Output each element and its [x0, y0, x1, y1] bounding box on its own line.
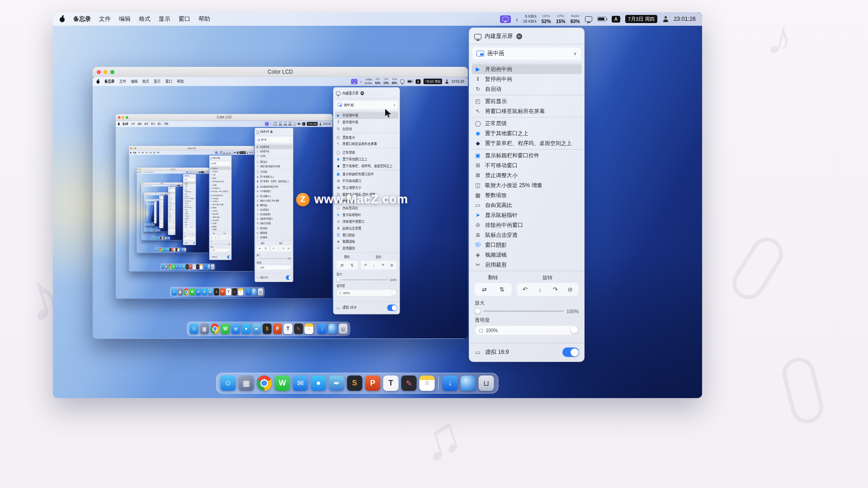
- panel-row[interactable]: ◰置前显示: [472, 96, 582, 106]
- virtual-16-9-toggle[interactable]: [562, 347, 579, 357]
- dock-icon-notes[interactable]: ≡: [238, 288, 243, 296]
- dock-icon-finder[interactable]: ☺: [221, 375, 236, 391]
- panel-row[interactable]: ◈视频滤镜: [472, 250, 582, 260]
- opacity-slider-knob[interactable]: [163, 225, 163, 225]
- dock-icon-mail[interactable]: ✉: [231, 324, 241, 334]
- dock-icon-mail[interactable]: ✉: [175, 264, 179, 269]
- dock-icon-maps-globe[interactable]: [252, 288, 257, 296]
- system-stat-gpu[interactable]: GPU52%: [542, 14, 551, 23]
- input-source-badge[interactable]: A: [199, 171, 200, 173]
- opacity-slider[interactable]: ▢100%: [210, 249, 230, 252]
- dock-icon-paint-app[interactable]: ✎: [401, 375, 417, 391]
- panel-row[interactable]: ◰置前显示: [335, 134, 398, 141]
- battery-icon[interactable]: [407, 80, 413, 83]
- panel-row[interactable]: ◆置于菜单栏、程序坞、桌面空间之上: [210, 190, 231, 193]
- flip-horizontal-button[interactable]: ⇄: [479, 285, 490, 294]
- opacity-slider-knob[interactable]: [175, 230, 175, 231]
- dock-icon-feather-notes-app[interactable]: ✒: [252, 324, 261, 334]
- zoom-button[interactable]: [145, 193, 145, 193]
- apple-menu-icon[interactable]: [59, 16, 65, 22]
- opacity-slider[interactable]: ▢100%: [475, 325, 579, 335]
- dock-icon-powerpoint[interactable]: P: [220, 288, 225, 296]
- zoom-slider-knob[interactable]: [210, 243, 212, 245]
- menu-item[interactable]: 编辑: [119, 15, 131, 23]
- opacity-slider-knob[interactable]: [229, 249, 230, 251]
- display-menubar-icon[interactable]: [585, 16, 592, 22]
- menu-item[interactable]: 显示: [154, 79, 160, 84]
- panel-row[interactable]: ➤显示鼠标指针: [255, 212, 292, 216]
- panel-row[interactable]: ⊞不可移动窗口: [255, 189, 292, 193]
- date-badge[interactable]: 7月3日 周四: [240, 151, 246, 154]
- system-stat-ram[interactable]: RAM83%: [229, 151, 231, 154]
- user-menubar-icon[interactable]: [247, 152, 248, 154]
- input-source-badge[interactable]: A: [612, 16, 620, 23]
- panel-row[interactable]: ▣显示标题栏和窗口控件: [255, 184, 292, 189]
- flip-horizontal-button[interactable]: ⇄: [169, 224, 170, 225]
- panel-row[interactable]: Ⓗ窗口阴影: [255, 226, 292, 230]
- panel-row[interactable]: ⊘排除画中画窗口: [472, 220, 582, 230]
- display-menubar-icon[interactable]: [293, 122, 296, 125]
- battery-icon[interactable]: [234, 152, 236, 153]
- menu-item[interactable]: 帮助: [149, 194, 150, 195]
- rotate-none-button[interactable]: ⊘: [388, 262, 395, 268]
- panel-row[interactable]: ◆置于菜单栏、程序坞、桌面空间之上: [255, 179, 292, 183]
- dock-icon-sublime-text[interactable]: S: [263, 324, 272, 334]
- dock-icon-downloads[interactable]: ↓: [180, 248, 182, 251]
- panel-row[interactable]: ◈视频滤镜: [255, 230, 292, 235]
- dock-icon-messages[interactable]: ●: [242, 324, 251, 334]
- dock-icon-notes[interactable]: ≡: [178, 248, 179, 251]
- panel-row[interactable]: ↖将窗口移至鼠标所在屏幕: [255, 164, 292, 169]
- dock-icon-trash[interactable]: ⊔: [479, 375, 494, 391]
- dock-icon-typora[interactable]: T: [383, 375, 399, 391]
- panel-row[interactable]: ➤显示鼠标指针: [335, 211, 398, 218]
- system-stat-ram[interactable]: RAM83%: [392, 78, 397, 84]
- virtual-16-9-toggle[interactable]: [163, 227, 163, 228]
- virtual-16-9-row[interactable]: ▭虚拟 16:9: [333, 302, 400, 311]
- close-button[interactable]: [137, 169, 138, 170]
- battery-icon[interactable]: [198, 172, 198, 173]
- dock-icon-messages[interactable]: ●: [202, 288, 207, 296]
- zoom-slider-track[interactable]: [341, 279, 388, 280]
- dock-icon-trash[interactable]: ⊔: [211, 264, 214, 269]
- menu-item[interactable]: 显示: [149, 151, 151, 154]
- menu-item[interactable]: 文件: [144, 185, 145, 186]
- flip-vertical-button[interactable]: ⇅: [215, 236, 217, 239]
- menu-item[interactable]: 窗口: [149, 185, 150, 186]
- panel-row[interactable]: ✂启用裁剪: [472, 260, 582, 270]
- dock-icon-chrome[interactable]: [210, 324, 219, 334]
- menu-item[interactable]: 编辑: [145, 185, 146, 186]
- pip-mode-select[interactable]: 画中画∨: [472, 47, 581, 60]
- apple-menu-icon[interactable]: [137, 172, 138, 173]
- window-titlebar[interactable]: Color LCD: [129, 146, 254, 150]
- dock-icon-feather-notes-app[interactable]: ✒: [208, 288, 213, 296]
- menu-item[interactable]: 窗口: [165, 79, 172, 84]
- system-stat-gpu[interactable]: GPU52%: [375, 78, 381, 84]
- dock-icon-sublime-text[interactable]: S: [214, 288, 219, 296]
- panel-row[interactable]: ▣显示标题栏和窗口控件: [335, 171, 398, 178]
- zoom-slider-knob[interactable]: [475, 308, 481, 314]
- collapse-chevron-icon[interactable]: ‹: [218, 151, 219, 154]
- system-stat-cpu[interactable]: CPU15%: [284, 122, 287, 126]
- panel-row[interactable]: ⊘排除画中画窗口: [210, 216, 231, 219]
- panel-row[interactable]: ◉置于其他窗口之上: [472, 128, 582, 138]
- zoom-slider[interactable]: 100%: [475, 308, 579, 314]
- virtual-16-9-row[interactable]: ▭虚拟 16:9: [183, 241, 196, 244]
- rotate-none-button[interactable]: ⊘: [163, 221, 163, 221]
- menu-item[interactable]: 文件: [142, 171, 143, 173]
- dock-icon-finder[interactable]: ☺: [156, 248, 157, 251]
- panel-row[interactable]: ≣鼠标点击穿透: [335, 225, 398, 231]
- user-menubar-icon[interactable]: [180, 185, 181, 186]
- app-menu-name[interactable]: 备忘录: [142, 185, 144, 186]
- dock-icon-feather-notes-app[interactable]: ✒: [167, 248, 169, 251]
- panel-row[interactable]: ⊞不可移动窗口: [335, 178, 398, 184]
- panel-row[interactable]: ◈视频滤镜: [210, 225, 231, 228]
- dock-icon-launchpad[interactable]: ▦: [178, 288, 183, 296]
- collapse-chevron-icon[interactable]: ‹: [189, 171, 189, 173]
- panel-row[interactable]: ⊞不可移动窗口: [472, 160, 582, 170]
- rotate-180-button[interactable]: ↓: [190, 229, 192, 230]
- network-speed-indicator[interactable]: 5 KB/s18 KB/s: [364, 78, 372, 84]
- panel-row[interactable]: ⊠禁止调整大小: [472, 170, 582, 180]
- flip-horizontal-button[interactable]: ⇄: [211, 236, 213, 239]
- dock-icon-paint-app[interactable]: ✎: [196, 264, 199, 269]
- dock-icon-mail[interactable]: ✉: [293, 375, 308, 391]
